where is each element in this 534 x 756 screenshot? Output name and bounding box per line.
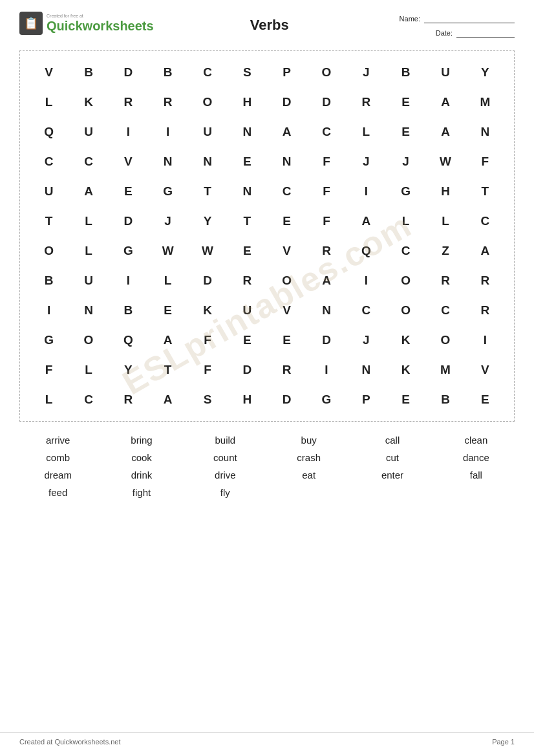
grid-cell: T [228,206,267,236]
grid-cell: C [267,177,306,206]
grid-cell: J [148,206,187,236]
grid-cell: U [187,117,227,147]
grid-cell: N [306,296,346,325]
grid-cell: T [187,177,227,206]
grid-cell: A [148,385,187,415]
word-item: feed [19,486,96,499]
grid-cell: G [386,177,425,206]
footer-right: Page 1 [492,738,515,746]
grid-cell: I [148,117,187,147]
grid-cell: J [347,325,386,355]
grid-cell: W [187,236,227,266]
grid-cell: B [109,296,148,325]
grid-cell: C [69,385,108,415]
grid-cell: E [267,325,306,355]
date-input-line[interactable] [456,28,515,38]
word-item: enter [354,468,431,482]
word-list: arrivebringbuildbuycallcleancombcookcoun… [19,433,515,499]
grid-cell: U [29,177,69,206]
grid-cell: R [306,236,346,266]
grid-cell: K [386,325,425,355]
grid-cell: L [29,87,69,117]
grid-cell: U [69,117,108,147]
grid-cell: K [187,296,227,325]
grid-cell: J [386,147,425,177]
word-item: cook [103,451,180,464]
grid-cell: S [228,58,267,87]
grid-cell: C [386,236,425,266]
grid-cell: I [109,266,148,296]
grid-cell: V [267,236,306,266]
grid-cell: Q [29,117,69,147]
grid-cell: N [228,177,267,206]
name-input-line[interactable] [424,14,515,23]
grid-cell: C [69,147,108,177]
title-area: Verbs [154,12,385,34]
header: 📋 Created for free at Quickworksheets Ve… [0,0,534,44]
page: 📋 Created for free at Quickworksheets Ve… [0,0,534,756]
grid-cell: Y [109,355,148,385]
logo-tagline: Created for free at [47,14,154,19]
grid-cell: C [187,58,227,87]
grid-cell: O [425,325,465,355]
grid-cell: O [267,266,306,296]
grid-cell: C [347,296,386,325]
grid-cell: A [267,117,306,147]
word-item: dance [438,451,515,464]
footer-left: Created at Quickworksheets.net [19,738,121,746]
word-item: bring [103,433,180,447]
grid-cell: E [109,177,148,206]
grid-cell: N [347,355,386,385]
grid-cell: I [465,325,505,355]
grid-container: VBDBCSPOJBUYLKRROHDDREAMQUIIUNACLEANCCVN… [19,50,515,422]
worksheet-title: Verbs [154,17,385,34]
grid-cell: O [29,236,69,266]
grid-cell: Q [109,325,148,355]
grid-cell: U [69,266,108,296]
grid-cell: C [306,117,346,147]
word-item: eat [270,468,347,482]
grid-cell: L [69,355,108,385]
grid-cell: U [425,58,465,87]
grid-cell: O [386,296,425,325]
grid-cell: R [465,296,505,325]
grid-cell: O [386,266,425,296]
grid-cell: H [425,177,465,206]
grid-cell: I [306,355,346,385]
grid-cell: F [465,147,505,177]
grid-cell: E [228,236,267,266]
grid-cell: H [228,87,267,117]
grid-cell: D [228,355,267,385]
grid-cell: R [465,266,505,296]
grid-cell: L [425,206,465,236]
grid-cell: U [228,296,267,325]
grid-cell: R [228,266,267,296]
grid-cell: R [347,87,386,117]
grid-cell: O [69,325,108,355]
grid-cell: J [347,58,386,87]
grid-cell: N [148,147,187,177]
grid-cell: A [465,236,505,266]
grid-cell: A [69,177,108,206]
grid-cell: R [148,87,187,117]
grid-cell: D [267,87,306,117]
grid-cell: F [187,325,227,355]
date-field-line: Date: [436,28,515,38]
grid-cell: A [306,266,346,296]
grid-cell: L [347,117,386,147]
grid-cell: D [267,385,306,415]
word-item: drink [103,468,180,482]
footer: Created at Quickworksheets.net Page 1 [0,732,534,746]
grid-cell: R [425,266,465,296]
logo-text-area: Created for free at Quickworksheets [47,14,154,33]
grid-cell: M [465,87,505,117]
grid-cell: N [187,147,227,177]
grid-cell: B [425,385,465,415]
grid-cell: D [187,266,227,296]
word-item: clean [438,433,515,447]
grid-cell: M [425,355,465,385]
grid-cell: T [148,355,187,385]
grid-cell: R [267,355,306,385]
grid-cell: L [148,266,187,296]
grid-cell: D [306,87,346,117]
